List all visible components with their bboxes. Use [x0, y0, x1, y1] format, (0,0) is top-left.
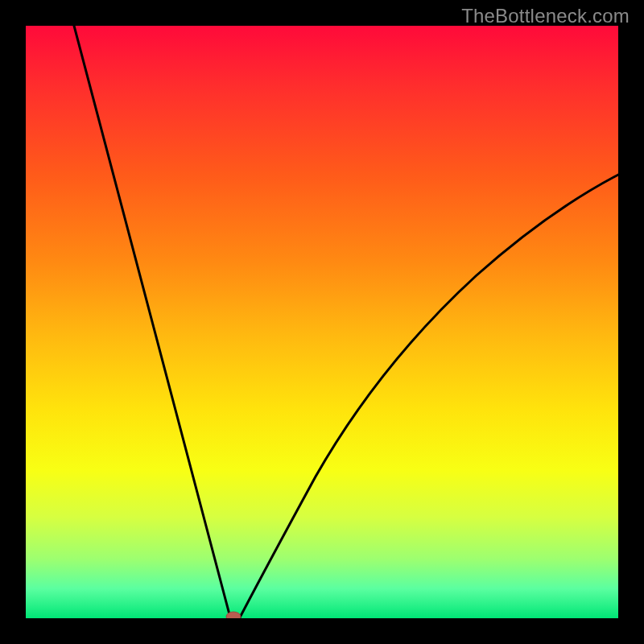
plot-background [26, 26, 618, 618]
watermark-text: TheBottleneck.com [461, 5, 630, 27]
chart-frame: TheBottleneck.com [0, 0, 644, 644]
